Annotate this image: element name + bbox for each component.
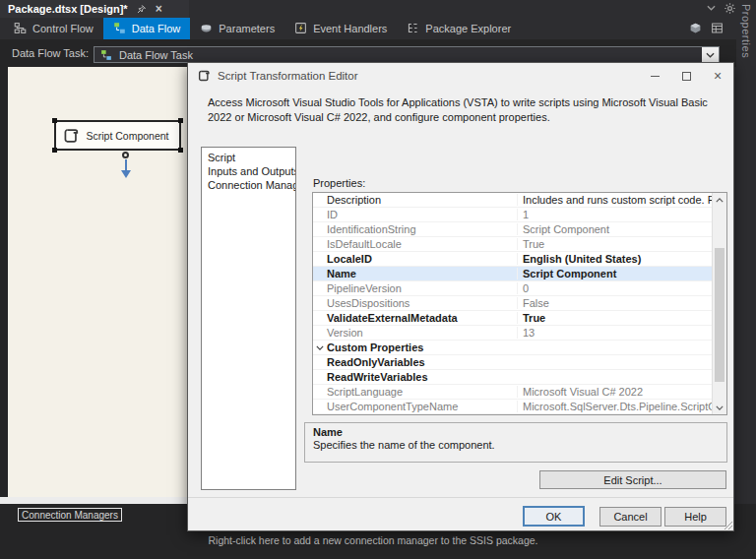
property-row-version[interactable]: Version13	[313, 326, 712, 341]
cancel-button[interactable]: Cancel	[599, 507, 662, 527]
parameters-icon	[200, 22, 213, 36]
connection-managers-tab[interactable]: Connection Managers	[18, 508, 122, 522]
selection-handle[interactable]	[178, 148, 183, 153]
close-tab-icon[interactable]: ×	[156, 4, 162, 14]
property-row-validateexternalmetadata[interactable]: ValidateExternalMetadataTrue	[313, 311, 712, 326]
property-row-readwritevariables[interactable]: ReadWriteVariables	[313, 370, 712, 385]
property-row-isdefaultlocale[interactable]: IsDefaultLocaleTrue	[313, 237, 712, 252]
ok-button[interactable]: OK	[523, 506, 585, 527]
property-section-custom-properties[interactable]: Custom Properties	[313, 341, 712, 355]
properties-side-tab[interactable]: Properties	[736, 0, 756, 167]
tab-package-explorer[interactable]: Package Explorer	[397, 18, 521, 39]
dialog-title: Script Transformation Editor	[218, 70, 358, 82]
property-info-text: Specifies the name of the component.	[313, 439, 719, 451]
package-explorer-icon	[407, 22, 419, 36]
properties-grid-rows: DescriptionIncludes and runs custom scri…	[313, 193, 712, 414]
selection-handle[interactable]	[52, 148, 57, 153]
scroll-up-icon[interactable]	[713, 193, 726, 207]
document-tab-strip: Package.dtsx [Design]* ×	[0, 0, 756, 18]
property-row-scriptlanguage[interactable]: ScriptLanguageMicrosoft Visual C# 2022	[313, 385, 712, 400]
tab-data-flow[interactable]: Data Flow	[103, 18, 191, 39]
edit-script-button[interactable]: Edit Script...	[539, 470, 726, 489]
property-row-identificationstring[interactable]: IdentificationStringScript Component	[313, 222, 712, 237]
script-transformation-editor-dialog: Script Transformation Editor × Access Mi…	[187, 62, 734, 531]
properties-side-tab-label: Properties	[740, 4, 752, 58]
close-icon[interactable]: ×	[702, 63, 733, 89]
property-row-name[interactable]: NameScript Component	[313, 267, 712, 281]
selection-handle[interactable]	[178, 118, 183, 123]
tab-event-handlers[interactable]: Event Handlers	[284, 18, 397, 39]
properties-grid-label: Properties:	[313, 177, 365, 189]
nav-item-script[interactable]: Script	[202, 151, 295, 164]
output-path-arrowhead	[121, 170, 131, 178]
tab-control-flow[interactable]: Control Flow	[4, 18, 103, 39]
tab-parameters[interactable]: Parameters	[190, 18, 284, 39]
task-selector-value: Data Flow Task	[119, 49, 193, 61]
task-selector-label: Data Flow Task:	[12, 47, 89, 59]
task-selector-dropdown[interactable]: Data Flow Task	[94, 46, 720, 63]
nav-item-connection-managers[interactable]: Connection Managers	[202, 178, 295, 192]
data-flow-icon	[113, 22, 126, 36]
window-controls: ×	[639, 63, 733, 89]
nav-item-inputs-and-outputs[interactable]: Inputs and Outputs	[202, 164, 295, 178]
toolbar-right-icons	[689, 22, 724, 34]
chevron-down-icon[interactable]	[707, 5, 720, 18]
dropdown-chevron-button[interactable]	[702, 47, 719, 62]
connection-managers-hint: Right-click here to add a new connection…	[0, 534, 746, 546]
scrollbar-thumb[interactable]	[715, 248, 724, 382]
dialog-separator	[188, 497, 733, 498]
dialog-description: Access Microsoft Visual Studio Tools for…	[208, 95, 718, 124]
form-grid-icon[interactable]	[711, 22, 724, 34]
script-icon	[62, 127, 80, 145]
minimize-icon[interactable]	[639, 63, 670, 89]
selection-handle[interactable]	[52, 118, 57, 123]
grid-scrollbar[interactable]	[712, 193, 726, 414]
designer-toolbar: Control Flow Data Flow Parameters Event …	[0, 18, 736, 39]
property-row-description[interactable]: DescriptionIncludes and runs custom scri…	[313, 193, 712, 208]
property-row-localeid[interactable]: LocaleIDEnglish (United States)	[313, 252, 712, 267]
event-handlers-icon	[294, 22, 307, 36]
scroll-down-icon[interactable]	[713, 401, 726, 414]
help-button[interactable]: Help	[664, 507, 726, 527]
property-row-usesdispositions[interactable]: UsesDispositionsFalse	[313, 296, 712, 311]
package-icon[interactable]	[689, 22, 702, 34]
data-flow-design-surface[interactable]: Script Component	[8, 67, 187, 497]
script-component-node[interactable]: Script Component	[54, 120, 181, 151]
property-info-box: Name Specifies the name of the component…	[304, 422, 727, 463]
document-tab-title: Package.dtsx [Design]*	[8, 3, 128, 15]
output-path-arrow[interactable]	[125, 159, 127, 170]
dialog-titlebar[interactable]: Script Transformation Editor ×	[188, 63, 733, 89]
script-component-label: Script Component	[80, 130, 179, 142]
vs-ssis-window: Package.dtsx [Design]* × Properties Cont…	[0, 0, 756, 559]
dialog-nav-list: Script Inputs and Outputs Connection Man…	[201, 147, 296, 490]
document-tab[interactable]: Package.dtsx [Design]* ×	[0, 0, 189, 18]
section-collapse-chevron-icon[interactable]	[313, 345, 327, 350]
properties-grid: DescriptionIncludes and runs custom scri…	[312, 192, 727, 415]
design-horizontal-scrollbar[interactable]	[0, 497, 187, 504]
property-row-id[interactable]: ID1	[313, 208, 712, 222]
maximize-icon[interactable]	[670, 63, 702, 89]
pin-icon[interactable]	[136, 3, 148, 15]
property-row-pipelineversion[interactable]: PipelineVersion0	[313, 281, 712, 296]
script-icon	[197, 69, 211, 83]
data-flow-task-icon	[100, 49, 112, 61]
gear-icon[interactable]	[724, 2, 736, 15]
property-row-readonlyvariables[interactable]: ReadOnlyVariables	[313, 355, 712, 370]
property-info-title: Name	[313, 426, 719, 438]
property-row-usercomponenttypename[interactable]: UserComponentTypeNameMicrosoft.SqlServer…	[313, 400, 712, 414]
output-connector-dot[interactable]	[122, 152, 129, 158]
control-flow-icon	[14, 22, 27, 36]
design-left-gutter	[0, 67, 8, 497]
